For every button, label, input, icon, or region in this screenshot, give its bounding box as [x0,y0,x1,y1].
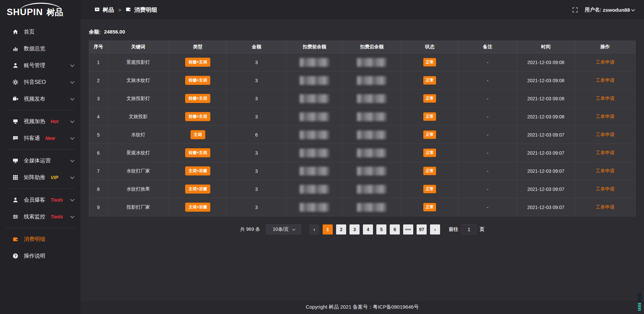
cell-index: 3 [89,90,108,108]
grid-icon [12,174,19,181]
floating-widget[interactable] [637,293,642,312]
status-badge: 正常 [423,112,436,121]
cell-action: 工单申请 [575,144,636,162]
page-button-4[interactable]: 4 [363,224,373,234]
sidebar-item-label: 操作说明 [24,253,45,260]
goto-page-input[interactable] [462,224,476,234]
cell-balance-after [342,71,401,90]
column-header: 扣费前余额 [286,41,343,53]
status-badge: 正常 [423,185,436,193]
blurred-value [357,76,386,85]
sidebar-item-全媒体运营[interactable]: 全媒体运营 [0,152,80,169]
footer: Copyright 树品 2021 备案号：粤ICP备09019646号 [80,300,644,314]
work-order-link[interactable]: 工单申请 [596,204,614,210]
work-order-link[interactable]: 工单申请 [596,168,614,173]
menu-divider [6,189,74,189]
sidebar-item-抖客通[interactable]: 抖客通New [0,130,80,147]
cell-balance-after [342,90,401,108]
table-row: 8水纹灯效果主词+后缀3正常-2021-12-03 09:07工单申请 [89,180,636,198]
sidebar-item-label: 视频发布 [24,96,45,103]
cell-balance-after [342,162,401,180]
column-header: 状态 [401,41,459,53]
sidebar: SHUPIN 树品 首页数据总览账号管理抖音SEO视频发布视频加热Hot抖客通N… [0,0,80,314]
cell-remark: - [459,144,517,162]
cell-time: 2021-12-03 09:07 [517,126,575,144]
table-row: 6景观水纹灯前缀+主词3正常-2021-12-03 09:07工单申请 [89,144,636,162]
more-pages-button[interactable]: ••• [403,224,413,234]
cell-remark: - [459,162,517,180]
page-button-6[interactable]: 6 [390,224,400,234]
sidebar-item-视频发布[interactable]: 视频发布 [0,91,80,107]
cell-index: 7 [89,162,108,180]
breadcrumb-root[interactable]: 树品 [103,6,114,14]
page-button-97[interactable]: 97 [417,224,427,234]
blurred-value [300,94,329,103]
cell-index: 2 [89,71,108,90]
next-page-button[interactable]: › [430,224,440,234]
work-order-link[interactable]: 工单申请 [596,59,614,65]
page-button-1[interactable]: 1 [323,224,333,234]
cell-keyword: 水纹灯厂家 [108,162,169,180]
sidebar-item-操作说明[interactable]: ?操作说明 [0,248,80,264]
work-order-link[interactable]: 工单申请 [596,114,614,119]
status-badge: 正常 [423,167,436,175]
dashboard-icon [95,7,100,13]
page-button-5[interactable]: 5 [376,224,386,234]
goto-page: 前往 页 [449,224,484,234]
work-order-link[interactable]: 工单申请 [596,186,614,192]
sidebar-item-会员爆客[interactable]: 会员爆客Tools [0,192,80,208]
page-button-2[interactable]: 2 [336,224,346,234]
topbar-right: 用户名: zswodun88 [572,7,634,13]
work-order-link[interactable]: 工单申请 [596,150,614,155]
table-row: 7水纹灯厂家主词+后缀3正常-2021-12-03 09:07工单申请 [89,162,636,180]
sidebar-item-首页[interactable]: 首页 [0,23,80,40]
username-value: zswodun88 [603,7,630,13]
type-badge: 前缀+主词 [185,76,210,85]
sliders-icon [12,213,19,220]
cell-balance-before [286,144,343,162]
sidebar-item-label: 矩阵助推 [24,174,45,181]
sidebar-item-线索监控[interactable]: 线索监控Tools [0,208,80,225]
work-order-link[interactable]: 工单申请 [596,96,614,101]
chevron-down-icon [70,80,74,84]
wallet-icon [125,6,131,14]
sidebar-item-数据总览[interactable]: 数据总览 [0,40,80,57]
cell-type: 前缀+主词 [169,90,227,108]
prev-page-button[interactable]: ‹ [309,224,319,234]
sidebar-item-视频加热[interactable]: 视频加热Hot [0,113,80,130]
status-badge: 正常 [423,203,436,211]
blurred-value [357,203,386,212]
chevron-down-icon [70,214,74,218]
cell-type: 主词 [169,126,227,144]
table-row: 4文旅投影前缀+主词3正常-2021-12-03 09:08工单申请 [89,108,636,126]
table-row: 3文旅投影灯前缀+主词3正常-2021-12-03 09:08工单申请 [89,90,636,108]
svg-text:?: ? [14,254,16,258]
fullscreen-icon[interactable] [572,7,578,13]
cell-balance-before [286,108,343,126]
cell-balance-before [286,90,343,108]
page-button-3[interactable]: 3 [350,224,360,234]
wallet-icon [12,236,19,243]
sidebar-item-label: 全媒体运营 [24,157,51,164]
work-order-link[interactable]: 工单申请 [596,77,614,83]
chevron-down-icon [631,7,635,11]
blurred-value [300,76,329,85]
pagination: 共 969 条 10条/页 ‹ 123456•••97 › 前往 页 [89,224,636,234]
sidebar-item-账号管理[interactable]: 账号管理 [0,57,80,74]
cell-action: 工单申请 [575,71,636,90]
cell-action: 工单申请 [575,53,636,71]
cell-amount: 3 [227,71,286,90]
page-size-select[interactable]: 10条/页 [266,224,301,234]
work-order-link[interactable]: 工单申请 [596,132,614,137]
cell-remark: - [459,198,517,216]
blurred-value [300,112,329,121]
cell-amount: 3 [227,144,286,162]
sidebar-item-抖音SEO[interactable]: 抖音SEO [0,74,80,91]
user-menu[interactable]: 用户名: zswodun88 [585,7,634,13]
column-header: 关键词 [108,41,169,53]
cell-remark: - [459,90,517,108]
table-body: 1景观投影灯前缀+主词3正常-2021-12-03 09:08工单申请2文旅水纹… [89,53,636,216]
sidebar-item-矩阵助推[interactable]: 矩阵助推VIP [0,169,80,186]
cell-remark: - [459,108,517,126]
sidebar-item-消费明细[interactable]: 消费明细 [0,231,80,248]
